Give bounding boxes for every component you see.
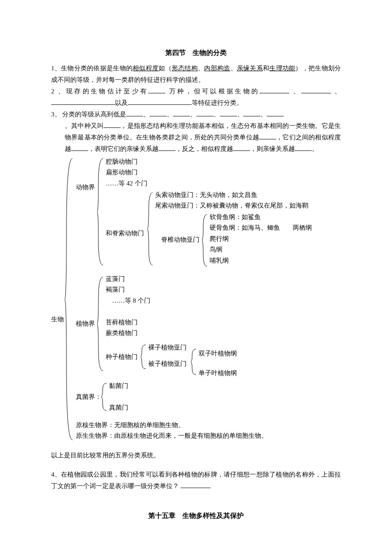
- q2-d: 、: [331, 88, 341, 95]
- blank: [71, 150, 88, 151]
- tree-item: 鸟纲: [210, 244, 312, 255]
- tree-root-label: 生物: [51, 314, 64, 325]
- blank: [181, 488, 210, 488]
- q3-sep: 、: [237, 111, 243, 118]
- tree-item: 硬骨鱼纲：如海马、鲫鱼 两栖纲: [210, 223, 312, 234]
- q3-e: ，表明它们的亲缘关系越: [88, 145, 159, 152]
- blank: [159, 150, 176, 151]
- blank: [51, 104, 115, 105]
- brace-icon: [97, 156, 104, 267]
- q2-b: 万种，但可以根据生物的: [165, 88, 259, 95]
- q3-a: 3、 分类的等级从高到低是: [51, 111, 126, 118]
- q1-sep2: 、: [231, 65, 237, 72]
- q2-a: 2 、现存的生物估计至少有: [51, 88, 148, 95]
- chapter-title: 第十五章 生物多样性及其保护: [51, 510, 341, 522]
- q3-sep: 、: [260, 111, 267, 118]
- tree-item: 蓝藻门: [106, 274, 150, 285]
- tree-item: ……等 42 个门: [106, 178, 147, 189]
- blank: [150, 116, 167, 116]
- q1-mid1: 如（: [159, 65, 172, 72]
- blank: [148, 93, 165, 93]
- blank: [196, 116, 213, 116]
- brace-icon: [202, 213, 208, 268]
- seed-plant-label: 种子植物门: [106, 352, 138, 363]
- tree-item: 扁形动物门: [106, 167, 147, 178]
- tree-item: 真菌门: [109, 402, 128, 413]
- tree-item: 腔肠动物门: [106, 156, 147, 168]
- tree-item: 黏菌门: [109, 381, 128, 392]
- q2-f: 等特征进行分类。: [192, 99, 243, 106]
- q1-mid2: 和: [263, 65, 269, 72]
- q4-text: 4、在植物园或公园里，我们经常可以看到各种植物的标牌，请仔细想一想除了植物的名称…: [51, 471, 341, 489]
- chordata-label: 和脊索动物门: [106, 228, 144, 239]
- tree-item: [109, 391, 128, 402]
- q3-b-pre: 。其中种又叫: [65, 122, 104, 129]
- classification-tree: 生物 动物界 腔肠动物门 扁形动物门 ……等 42 个门 和脊索动物门 头索动物…: [51, 156, 341, 442]
- tree-item: 原生生物界：由原核生物进化而来，一般是有细胞核的单细胞生物。: [76, 431, 268, 442]
- tree-item: 单子叶植物纲: [199, 368, 237, 379]
- tree-item: ……等 8 个门: [106, 295, 150, 306]
- tree-item: 蕨类植物门: [106, 328, 150, 339]
- question-3: 3、 分类的等级从高到低是、、、、、、 。其中种又叫，是指形态结构和生理功能基本…: [51, 109, 341, 155]
- tree-item: 双子叶植物纲: [199, 348, 237, 359]
- question-2: 2 、现存的生物估计至少有 万种，但可以根据生物的 、 、以及等特征进行分类。: [51, 86, 341, 109]
- question-4: 4、在植物园或公园里，我们经常可以看到各种植物的标牌，请仔细想一想除了植物的名称…: [51, 469, 341, 492]
- q1-sep1: 、: [198, 65, 204, 72]
- brace-icon: [97, 275, 104, 373]
- q3-f: ，反之，相似程度越: [176, 145, 233, 152]
- blank: [104, 127, 121, 128]
- section-title: 第四节 生物的分类: [51, 47, 341, 59]
- tree-item: 原核生物界：无细胞核的单细胞生物。: [76, 420, 268, 431]
- question-1: 1、生物分类的依据是生物的相似程度如（形态结构、内部构造、亲缘关系和生理功能），…: [51, 63, 341, 86]
- tree-item: 褐藻门: [106, 284, 150, 295]
- q3-body: 。其中种又叫，是指形态结构和生理功能基本相似，生态分布基本相同的一类生物。它是生…: [51, 120, 341, 155]
- brace-icon: [101, 382, 107, 412]
- brace-icon: [191, 347, 197, 376]
- tree-item: 裸子植物亚门: [148, 342, 187, 353]
- blank: [126, 116, 143, 116]
- tree-item: 软骨鱼纲：如鲨鱼: [210, 212, 312, 223]
- tree-item: 哺乳纲: [210, 255, 312, 266]
- q3-sep: 、: [143, 111, 150, 118]
- q3-sep: 、: [190, 111, 196, 118]
- q3-h: 。: [312, 145, 318, 152]
- q3-sep: 、: [213, 111, 220, 118]
- blank: [173, 116, 190, 116]
- blank: [259, 139, 276, 139]
- q1-u2: 形态结构: [172, 65, 198, 72]
- tree-item: 头索动物亚门：无头动物，如文昌鱼: [155, 190, 308, 201]
- brace-icon: [65, 156, 73, 442]
- q1-u5: 生理功能: [269, 65, 295, 72]
- blank: [259, 93, 289, 93]
- after-tree-text: 以上是目前比较常用的五界分类系统。: [51, 450, 341, 461]
- q2-c: 、: [289, 88, 301, 95]
- brace-icon: [141, 343, 147, 370]
- q1-u3: 内部构造: [204, 65, 230, 72]
- blank: [301, 93, 331, 93]
- blank: [295, 150, 312, 151]
- q1-u1: 相似程度: [133, 65, 159, 72]
- q1-prefix: 1、生物分类的依据是生物的: [51, 65, 133, 72]
- q2-e: 以及: [115, 99, 128, 106]
- q1-u4: 亲缘关系: [237, 65, 263, 72]
- brace-icon: [147, 191, 153, 267]
- blank: [233, 150, 250, 151]
- blank: [220, 116, 237, 116]
- blank: [128, 104, 192, 105]
- kingdom-animal-label: 动物界: [76, 182, 95, 193]
- tree-item: 爬行纲: [210, 234, 312, 245]
- tree-item: 苔藓植物门: [106, 317, 150, 328]
- blank: [243, 116, 260, 116]
- tree-item: [106, 306, 150, 317]
- tree-item: 尾索动物亚门：又称被囊动物，脊索仅在尾部，如海鞘: [155, 200, 308, 211]
- q3-sep: 、: [167, 111, 173, 118]
- kingdom-fungi-label: 真菌界：: [76, 392, 101, 403]
- blank: [267, 116, 284, 116]
- tree-item: 被子植物亚门: [148, 358, 187, 370]
- vertebrata-label: 脊椎动物亚门: [161, 234, 199, 246]
- q3-g: ，则亲缘关系越: [250, 145, 295, 152]
- kingdom-plant-label: 植物界: [76, 318, 95, 330]
